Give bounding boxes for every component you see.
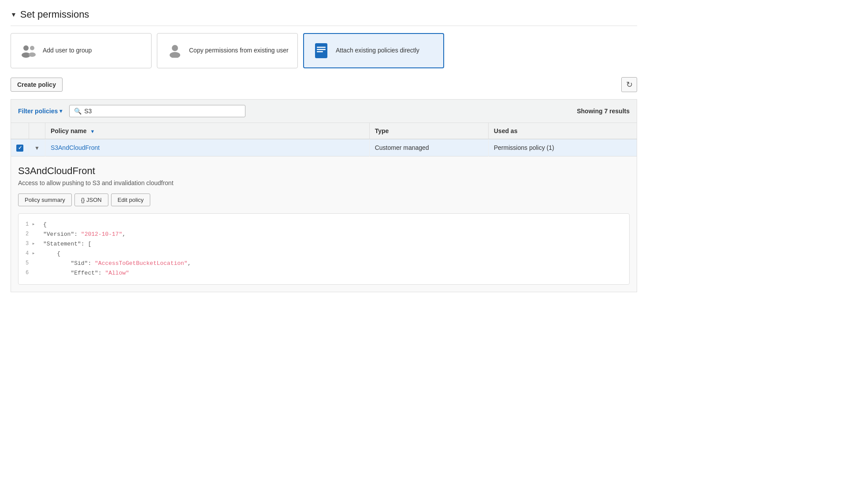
filter-chevron-icon: ▾ <box>59 108 62 114</box>
permission-card-attach-policies[interactable]: Attach existing policies directly <box>303 33 444 68</box>
filter-policies-button[interactable]: Filter policies ▾ <box>18 108 62 115</box>
code-line-5: 5 "Sid": "AccessToGetBucketLocation", <box>26 259 622 268</box>
code-line-1: 1 ▸ { <box>26 220 622 230</box>
row-policy-name-cell: S3AndCloudFront <box>45 139 369 156</box>
policy-detail-actions: Policy summary {} JSON Edit policy <box>18 193 630 206</box>
policy-detail: S3AndCloudFront Access to allow pushing … <box>11 156 637 293</box>
page-container: ▼ Set permissions Add user to group <box>0 0 648 301</box>
row-used-as-cell: Permissions policy (1) <box>488 139 637 156</box>
filter-left: Filter policies ▾ 🔍 <box>18 105 245 117</box>
search-icon: 🔍 <box>74 108 82 115</box>
code-line-2: 2 "Version": "2012-10-17", <box>26 230 622 239</box>
svg-point-5 <box>170 52 180 58</box>
svg-rect-7 <box>317 47 326 48</box>
col-header-used-as: Used as <box>488 123 637 139</box>
row-checkbox[interactable] <box>16 145 23 152</box>
copy-permissions-label: Copy permissions from existing user <box>189 46 289 55</box>
policy-table: Policy name ▼ Type Used as ▼ S3AndCloudF… <box>11 123 637 156</box>
refresh-button[interactable]: ↻ <box>621 77 637 92</box>
collapse-icon[interactable]: ▼ <box>11 11 17 18</box>
sort-icon[interactable]: ▼ <box>90 129 95 134</box>
permission-card-copy-permissions[interactable]: Copy permissions from existing user <box>157 33 298 68</box>
toolbar-row: Create policy ↻ <box>11 77 637 92</box>
refresh-icon: ↻ <box>626 80 633 89</box>
col-header-name: Policy name ▼ <box>45 123 369 139</box>
filter-policies-label: Filter policies <box>18 108 58 115</box>
policy-name-link[interactable]: S3AndCloudFront <box>51 144 100 151</box>
section-header: ▼ Set permissions <box>11 9 637 26</box>
json-button[interactable]: {} JSON <box>74 193 108 206</box>
row-type-cell: Customer managed <box>369 139 488 156</box>
svg-point-3 <box>29 52 36 57</box>
code-line-3: 3 ▸ "Statement": [ <box>26 239 622 249</box>
svg-point-0 <box>23 45 29 51</box>
row-checkbox-cell[interactable] <box>11 139 29 156</box>
edit-policy-button[interactable]: Edit policy <box>111 193 150 206</box>
page-title: Set permissions <box>20 9 89 20</box>
group-icon <box>20 42 37 60</box>
attach-policies-label: Attach existing policies directly <box>336 46 419 55</box>
policy-code-block: 1 ▸ { 2 "Version": "2012-10-17", 3 ▸ "St… <box>18 213 630 285</box>
permission-options: Add user to group Copy permissions from … <box>11 33 637 68</box>
code-line-4: 4 ▸ { <box>26 249 622 259</box>
svg-point-2 <box>30 46 34 50</box>
code-line-6: 6 "Effect": "Allow" <box>26 268 622 278</box>
svg-rect-9 <box>317 51 323 52</box>
svg-point-4 <box>172 45 178 51</box>
table-row[interactable]: ▼ S3AndCloudFront Customer managed Permi… <box>11 139 637 156</box>
create-policy-button[interactable]: Create policy <box>11 78 63 92</box>
filter-bar: Filter policies ▾ 🔍 Showing 7 results <box>11 99 637 123</box>
results-count: Showing 7 results <box>577 108 630 115</box>
user-icon <box>166 42 184 60</box>
policy-summary-button[interactable]: Policy summary <box>18 193 72 206</box>
col-header-type: Type <box>369 123 488 139</box>
document-icon <box>313 42 330 60</box>
col-header-expand <box>29 123 45 139</box>
permission-card-add-to-group[interactable]: Add user to group <box>11 33 152 68</box>
table-header-row: Policy name ▼ Type Used as <box>11 123 637 139</box>
svg-rect-8 <box>317 49 326 50</box>
row-expand-cell[interactable]: ▼ <box>29 139 45 156</box>
expand-arrow-icon[interactable]: ▼ <box>34 145 40 151</box>
col-header-check <box>11 123 29 139</box>
search-input[interactable] <box>84 108 241 115</box>
svg-rect-6 <box>315 43 327 58</box>
policy-detail-name: S3AndCloudFront <box>18 165 630 177</box>
policy-detail-description: Access to allow pushing to S3 and invali… <box>18 179 630 186</box>
search-box: 🔍 <box>69 105 245 117</box>
add-to-group-label: Add user to group <box>43 46 92 55</box>
